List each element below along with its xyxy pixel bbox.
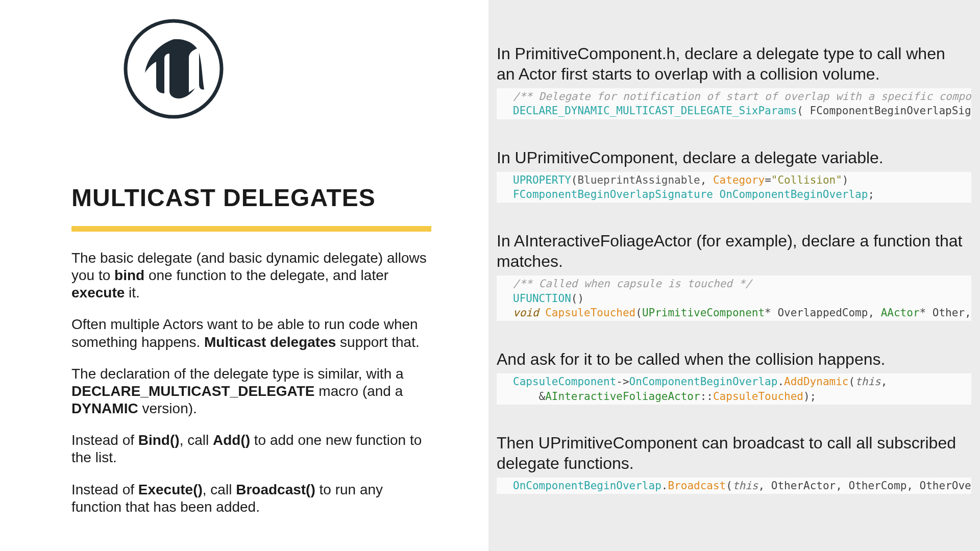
paragraph-3: The declaration of the delegate type is … xyxy=(71,365,429,417)
text: it. xyxy=(125,285,140,300)
code-keyword: void xyxy=(513,307,539,319)
code-var: OnComponentBeginOverlap xyxy=(713,188,868,201)
code-member: OnComponentBeginOverlap xyxy=(629,375,778,388)
text: Instead of xyxy=(71,482,138,497)
text: The declaration of the delegate type is … xyxy=(71,366,404,382)
code-block-2: UPROPERTY(BlueprintAssignable, Category=… xyxy=(497,172,971,203)
code-punc: . xyxy=(662,480,668,492)
bold: Execute() xyxy=(138,482,203,497)
code-punc: ( xyxy=(635,307,642,319)
text: macro (and a xyxy=(315,383,403,399)
code-member: OnComponentBeginOverlap xyxy=(513,480,662,492)
code-string: "Collision" xyxy=(771,174,842,186)
bold: Bind() xyxy=(138,432,180,448)
paragraph-2: Often multiple Actors want to be able to… xyxy=(71,316,429,350)
paragraph-1: The basic delegate (and basic dynamic de… xyxy=(71,249,429,302)
code-punc: ; xyxy=(868,188,874,201)
code-punc: . xyxy=(777,375,784,388)
right-column: In PrimitiveComponent.h, declare a deleg… xyxy=(488,0,980,551)
bold: execute xyxy=(71,285,125,300)
code-text: * Other, UPrimit xyxy=(920,307,971,319)
code-func: CapsuleTouched xyxy=(713,390,803,403)
slide: MULTICAST DELEGATES The basic delegate (… xyxy=(0,0,980,551)
code-class: UPrimitiveComponent xyxy=(642,307,765,319)
code-this: this xyxy=(855,375,881,388)
text: , call xyxy=(203,482,236,497)
code-type: FComponentBeginOverlapSignature xyxy=(513,188,713,201)
code-punc: -> xyxy=(616,375,629,388)
code-class: AInteractiveFoliageActor xyxy=(545,390,700,403)
section-3-heading: In AInteractiveFoliageActor (for example… xyxy=(497,231,966,271)
paragraph-4: Instead of Bind(), call Add() to add one… xyxy=(71,432,429,466)
code-this: this xyxy=(732,480,758,492)
code-func: AddDynamic xyxy=(784,375,848,388)
code-text: , OtherActor, OtherComp, OtherOverlap.Ge… xyxy=(758,480,971,492)
code-macro: DECLARE_DYNAMIC_MULTICAST_DELEGATE_SixPa… xyxy=(513,105,797,117)
bold: Broadcast() xyxy=(236,482,315,497)
text: support that. xyxy=(336,334,419,350)
code-text: * OverlappedComp, xyxy=(765,307,881,319)
text: , call xyxy=(180,432,213,448)
code-punc: ) xyxy=(842,174,849,186)
code-block-4: CapsuleComponent->OnComponentBeginOverla… xyxy=(497,373,971,405)
code-class: AActor xyxy=(881,307,920,319)
section-2-heading: In UPrimitiveComponent, declare a delega… xyxy=(497,147,966,168)
code-punc: , xyxy=(881,375,888,388)
code-punc: :: xyxy=(700,390,713,403)
code-comment: /** Delegate for notification of start o… xyxy=(513,90,971,103)
code-block-5: OnComponentBeginOverlap.Broadcast(this, … xyxy=(497,478,971,494)
bold: Multicast delegates xyxy=(204,334,336,350)
code-func: CapsuleTouched xyxy=(539,307,636,319)
bold: Add() xyxy=(213,432,250,448)
code-punc: ( xyxy=(726,480,732,492)
section-5-heading: Then UPrimitiveComponent can broadcast t… xyxy=(497,433,966,473)
text: one function to the delegate, and later xyxy=(144,267,388,283)
code-block-3: /** Called when capsule is touched */ UF… xyxy=(497,276,971,321)
bold: bind xyxy=(114,267,144,283)
section-4-heading: And ask for it to be called when the col… xyxy=(497,349,966,369)
code-func: Broadcast xyxy=(668,480,726,492)
code-param: Category xyxy=(713,174,765,186)
bold: DECLARE_MULTICAST_DELEGATE xyxy=(71,383,315,399)
paragraph-5: Instead of Execute(), call Broadcast() t… xyxy=(71,481,429,516)
section-1-heading: In PrimitiveComponent.h, declare a deleg… xyxy=(497,43,966,84)
left-column: MULTICAST DELEGATES The basic delegate (… xyxy=(0,0,488,551)
code-macro: UPROPERTY xyxy=(513,174,571,186)
code-block-1: /** Delegate for notification of start o… xyxy=(497,88,971,119)
code-punc: = xyxy=(765,174,771,186)
code-comment: /** Called when capsule is touched */ xyxy=(513,278,752,290)
code-punc: () xyxy=(571,292,584,305)
code-punc: ( xyxy=(848,375,855,388)
page-title: MULTICAST DELEGATES xyxy=(71,184,417,212)
code-text: ( FComponentBeginOverlapSignature, UPr xyxy=(797,105,971,117)
code-text: & xyxy=(513,390,545,403)
code-param: BlueprintAssignable xyxy=(577,174,700,186)
unreal-engine-logo xyxy=(122,18,225,120)
text: Instead of xyxy=(71,432,138,448)
code-macro: UFUNCTION xyxy=(513,292,571,305)
code-punc: ); xyxy=(803,390,816,403)
code-punc: ( xyxy=(571,174,578,186)
title-underline xyxy=(71,226,431,232)
code-var: CapsuleComponent xyxy=(513,375,616,388)
code-punc: , xyxy=(700,174,713,186)
bold: DYNAMIC xyxy=(71,400,138,416)
text: version). xyxy=(138,400,197,416)
